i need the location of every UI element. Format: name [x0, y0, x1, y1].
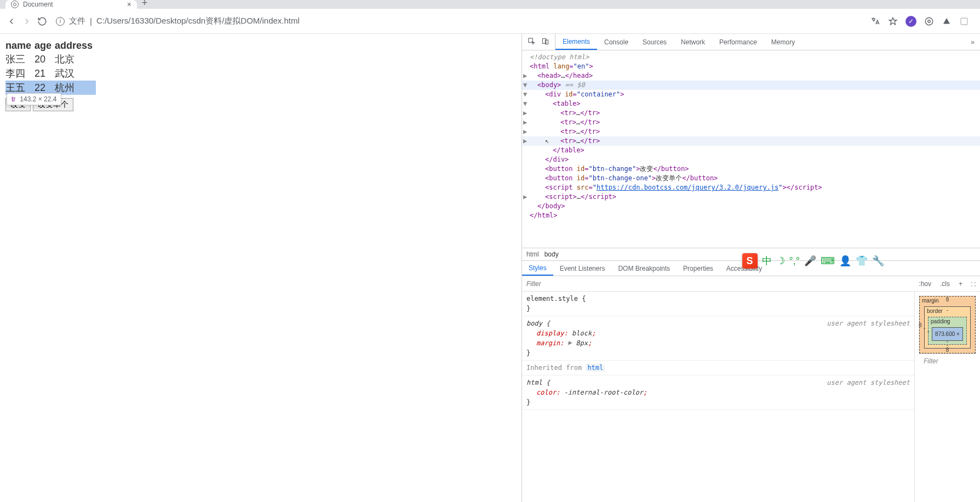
- page-content: name age address 张三 20 北京 李四 21 武汉 王五 22…: [0, 34, 521, 502]
- dom-node[interactable]: <script src="https://cdn.bootcss.com/jqu…: [522, 183, 980, 192]
- bookmark-icon[interactable]: [888, 16, 898, 26]
- cls-toggle[interactable]: .cls: [936, 280, 954, 288]
- ime-sparkle-icon[interactable]: °,°: [789, 255, 800, 267]
- computed-filter[interactable]: Filter: [919, 353, 976, 368]
- ime-shirt-icon[interactable]: 👕: [856, 255, 868, 267]
- rule-origin: user agent stylesheet: [827, 318, 910, 328]
- url-text: C:/Users/16330/Desktop/csdn资料/虚拟DOM/inde…: [96, 16, 300, 26]
- svg-point-0: [925, 18, 933, 25]
- browser-tab-strip: Document × +: [0, 0, 980, 9]
- breadcrumb-item[interactable]: html: [526, 250, 539, 258]
- dom-tree[interactable]: <!doctype html> <html lang="en"> ▶<head>…: [522, 50, 980, 248]
- ime-lang-icon[interactable]: 中: [762, 254, 772, 267]
- dom-node[interactable]: <html lang="en">: [522, 62, 980, 71]
- dom-node[interactable]: ▼<table>: [522, 99, 980, 109]
- bm-num: 8: [919, 322, 922, 328]
- table-row: 李四 21 武汉: [5, 66, 96, 81]
- dom-node[interactable]: <button id="btn-change-one">改变单个</button…: [522, 174, 980, 183]
- style-rule[interactable]: user agent stylesheet body { display: bl…: [522, 316, 914, 361]
- dom-node[interactable]: ▼<div id="container">: [522, 90, 980, 99]
- extension2-icon[interactable]: [924, 16, 934, 26]
- dom-node[interactable]: </table>: [522, 146, 980, 155]
- address-bar[interactable]: i 文件 | C:/Users/16330/Desktop/csdn资料/虚拟D…: [53, 16, 865, 26]
- devtools-panel: Elements Console Sources Network Perform…: [521, 34, 980, 502]
- ime-person-icon[interactable]: 👤: [839, 255, 851, 267]
- tab-console[interactable]: Console: [597, 34, 635, 50]
- dom-node-hovered[interactable]: ↖▶<tr>…</tr>: [522, 136, 980, 146]
- extension4-icon[interactable]: [959, 16, 969, 26]
- tab-properties[interactable]: Properties: [677, 261, 720, 276]
- style-rule-inherited: Inherited from html: [522, 361, 914, 375]
- rule-origin: user agent stylesheet: [827, 378, 910, 387]
- styles-rules[interactable]: element.style { } user agent stylesheet …: [522, 292, 914, 502]
- breadcrumb-item[interactable]: body: [545, 250, 559, 258]
- tab-styles[interactable]: Styles: [522, 261, 553, 276]
- ime-mic-icon[interactable]: 🎤: [804, 255, 816, 267]
- box-model[interactable]: margin 8 8 border - - padding - - 873.60…: [914, 292, 980, 502]
- dom-node[interactable]: </div>: [522, 155, 980, 164]
- cell-age: 20: [35, 52, 55, 66]
- tab-dom-breakpoints[interactable]: DOM Breakpoints: [611, 261, 677, 276]
- dom-node[interactable]: ▶<tr>…</tr>: [522, 127, 980, 136]
- ime-tool-icon[interactable]: 🔧: [872, 255, 884, 267]
- cell-city: 北京: [55, 52, 96, 66]
- inspect-element-icon[interactable]: [528, 37, 536, 47]
- site-info-icon[interactable]: i: [56, 17, 65, 26]
- add-rule-icon[interactable]: +: [954, 280, 967, 288]
- tab-sources[interactable]: Sources: [635, 34, 674, 50]
- close-icon[interactable]: ×: [127, 0, 131, 9]
- tab-network[interactable]: Network: [674, 34, 712, 50]
- extension-icon[interactable]: ✓: [906, 16, 916, 27]
- dom-node[interactable]: </html>: [522, 211, 980, 220]
- bm-num: -: [927, 328, 929, 334]
- devtools-more-icon[interactable]: »: [965, 34, 980, 50]
- hov-toggle[interactable]: :hov: [914, 280, 936, 288]
- dom-node[interactable]: ▶<head>…</head>: [522, 71, 980, 81]
- tab-performance[interactable]: Performance: [712, 34, 764, 50]
- cell-name: 张三: [5, 52, 35, 66]
- bm-num: -: [924, 324, 925, 330]
- style-rule[interactable]: user agent stylesheet html { color: -int…: [522, 375, 914, 410]
- styles-toolbar: :hov .cls + ⸬: [522, 276, 980, 292]
- url-separator: |: [90, 16, 92, 26]
- tab-memory[interactable]: Memory: [764, 34, 802, 50]
- bm-num: -: [947, 317, 948, 323]
- url-file-label: 文件: [69, 16, 85, 26]
- dom-node-selected[interactable]: …▼<body> == $0: [522, 81, 980, 90]
- ime-moon-icon[interactable]: ☽: [776, 255, 785, 267]
- ime-toolbar[interactable]: S 中 ☽ °,° 🎤 ⌨ 👤 👕 🔧: [742, 253, 884, 269]
- forward-button[interactable]: [22, 16, 32, 26]
- dom-node[interactable]: ▶<tr>…</tr>: [522, 109, 980, 118]
- svg-point-1: [928, 20, 931, 22]
- new-tab-button[interactable]: +: [137, 0, 152, 9]
- dom-node[interactable]: <!doctype html>: [522, 53, 980, 62]
- tab-elements[interactable]: Elements: [555, 34, 597, 50]
- cell-city: 杭州: [55, 81, 96, 95]
- col-address: address: [55, 39, 96, 52]
- styles-more-icon[interactable]: ⸬: [967, 280, 980, 288]
- col-name: name: [5, 39, 35, 52]
- dom-node[interactable]: <button id="btn-change">改变</button>: [522, 164, 980, 174]
- tooltip-tag: tr: [12, 95, 15, 103]
- toolbar-right-icons: ✓: [870, 16, 973, 27]
- tooltip-dims: 143.2 × 22.4: [20, 95, 56, 103]
- style-rule[interactable]: element.style { }: [522, 292, 914, 316]
- bm-border-label: border: [927, 308, 943, 314]
- reload-button[interactable]: [37, 16, 47, 26]
- globe-icon: [11, 1, 19, 8]
- ime-logo-icon[interactable]: S: [742, 253, 758, 269]
- back-button[interactable]: [7, 16, 16, 26]
- cell-name: 李四: [5, 66, 35, 81]
- browser-tab[interactable]: Document ×: [5, 0, 137, 9]
- dom-node[interactable]: ▶<script>…</script>: [522, 192, 980, 202]
- device-toggle-icon[interactable]: [541, 37, 549, 47]
- styles-filter-input[interactable]: [522, 280, 914, 288]
- extension3-icon[interactable]: [942, 16, 952, 26]
- tab-title: Document: [23, 1, 53, 8]
- dom-node[interactable]: </body>: [522, 202, 980, 211]
- cell-city: 武汉: [55, 66, 96, 81]
- ime-keyboard-icon[interactable]: ⌨: [821, 255, 835, 267]
- translate-icon[interactable]: [870, 16, 880, 26]
- tab-event-listeners[interactable]: Event Listeners: [553, 261, 612, 276]
- dom-node[interactable]: ▶<tr>…</tr>: [522, 118, 980, 127]
